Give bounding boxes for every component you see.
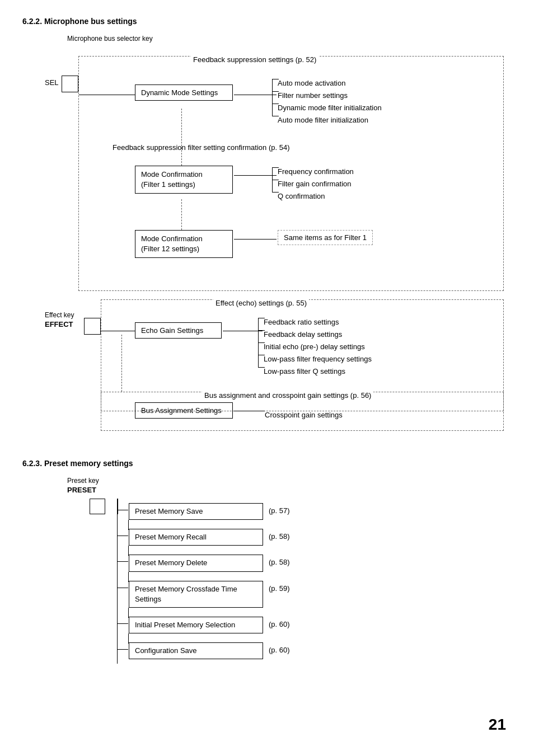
fb-delay-label: Feedback delay settings [264,330,342,339]
page-number: 21 [489,716,506,734]
preset-item-box-1: Preset Memory Recall [129,529,263,546]
line-f1-r1 [272,167,279,168]
bus-assign-label: Bus assignment and crosspoint gain setti… [202,391,373,400]
preset-h-connector [117,649,128,650]
preset-h-connector [117,510,128,510]
line-echo-r4 [258,355,265,355]
effect-label: EFFECT [45,320,73,328]
echo-gain-box: Echo Gain Settings [135,322,222,339]
preset-connector-vline [117,524,118,550]
preset-item-box-2: Preset Memory Delete [129,555,263,571]
q-confirm-label: Q confirmation [278,192,325,200]
line-sel-dynamic [79,95,135,95]
preset-key-label: Preset key [67,477,512,485]
preset-item-box-5: Configuration Save [129,642,263,659]
auto-mode-filter-label: Auto mode filter initialization [278,116,368,124]
line-dynamic-right [234,95,277,95]
line-f1-r2 [272,180,279,180]
line-r2 [272,91,279,92]
line-f12-right [234,239,277,240]
bus-assign-outer-box: Bus assignment and crosspoint gain setti… [101,392,504,431]
line-r1 [272,79,279,79]
effect-echo-label: Effect (echo) settings (p. 55) [213,299,309,307]
vline-effect-to-bus [121,335,122,392]
lowpass-freq-label: Low-pass filter frequency settings [264,355,372,363]
line-r4 [272,116,279,116]
preset-h-connector [117,536,128,536]
mode-confirm-f12-box: Mode Confirmation(Filter 12 settings) [135,230,233,258]
preset-item-page-4: (p. 60) [269,617,290,628]
preset-h-connector [117,588,128,588]
dynamic-mode-box: Dynamic Mode Settings [135,84,233,101]
feedback-filter-confirm-label: Feedback suppression filter setting conf… [113,143,290,152]
lowpass-q-label: Low-pass filter Q settings [264,367,345,375]
preset-item-page-5: (p. 60) [269,642,290,654]
effect-key-label: Effect key [45,311,74,319]
preset-connector-vline [117,576,118,612]
vline-echo-right [258,318,259,367]
preset-item-page-2: (p. 58) [269,555,290,566]
sel-label: SEL [45,78,59,87]
line-r3 [272,104,279,104]
line-bus-r1 [258,411,265,411]
preset-item-page-3: (p. 59) [269,581,290,593]
line-echo-right [223,331,263,331]
feedback-suppression-label: Feedback suppression settings (p. 52) [191,55,318,64]
auto-mode-label: Auto mode activation [278,79,345,87]
preset-h-connector [117,623,128,624]
vline-f1-right [272,167,273,192]
vline-r-right [272,79,273,116]
feedback-suppression-outer-box: Feedback suppression settings (p. 52) Dy… [78,56,504,291]
vline-f1-to-f12 [181,199,182,230]
section-622: 6.2.2. Microphone bus settings Microphon… [22,17,512,436]
mode-confirm-f1-box: Mode Confirmation(Filter 1 settings) [135,166,233,194]
line-echo-r3 [258,342,265,343]
crosspoint-gain-label: Crosspoint gain settings [265,411,343,419]
line-effect-echo [101,331,135,331]
preset-item-box-0: Preset Memory Save [129,503,263,520]
filter-gain-confirm-label: Filter gain confirmation [278,180,352,188]
preset-label: PRESET [67,486,512,494]
section-623: 6.2.3. Preset memory settings Preset key… [22,459,512,664]
vline-dynamic-to-f1 [181,109,182,166]
preset-connector-vline [117,499,118,524]
line-echo-r1 [258,318,265,318]
section-623-title: 6.2.3. Preset memory settings [22,459,512,468]
preset-connector-vline [117,612,118,638]
preset-connector-vline [117,638,118,664]
filter-number-label: Filter number settings [278,91,348,100]
effect-box [84,318,101,335]
preset-box [90,499,105,514]
line-echo-r2 [258,330,265,331]
mic-key-label: Microphone bus selector key [67,35,512,43]
sel-box [62,76,78,92]
dynamic-mode-filter-label: Dynamic mode filter initialization [278,104,382,112]
initial-echo-label: Initial echo (pre-) delay settings [264,342,365,351]
line-echo-r5 [258,367,265,368]
same-items-box: Same items as for Filter 1 [278,230,373,245]
bus-assign-box: Bus Assignment Settings [135,402,233,419]
line-f1-r3 [272,192,279,192]
preset-item-box-3: Preset Memory Crossfade TimeSettings [129,581,263,608]
preset-item-page-0: (p. 57) [269,503,290,515]
preset-item-box-4: Initial Preset Memory Selection [129,617,263,633]
section-622-title: 6.2.2. Microphone bus settings [22,17,512,26]
freq-confirm-label: Frequency confirmation [278,167,354,176]
preset-h-connector [117,561,128,562]
line-f1-right [234,175,277,176]
fb-ratio-label: Feedback ratio settings [264,318,339,326]
preset-item-page-1: (p. 58) [269,529,290,541]
preset-connector-vline [117,550,118,576]
